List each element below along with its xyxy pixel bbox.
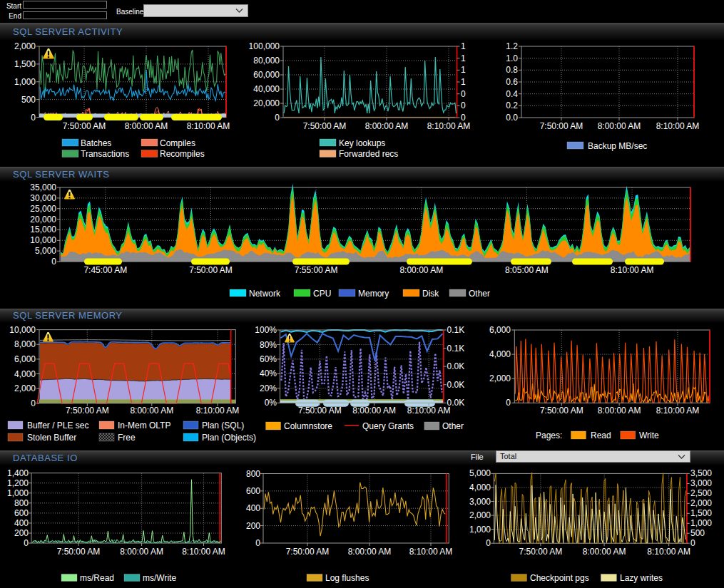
svg-text:0.0: 0.0 [506, 113, 518, 123]
svg-text:7:50:00 AM: 7:50:00 AM [66, 406, 109, 416]
svg-text:Buffer / PLE sec: Buffer / PLE sec [27, 421, 89, 430]
svg-text:600: 600 [246, 486, 260, 496]
svg-text:1: 1 [461, 65, 466, 75]
svg-text:2,000: 2,000 [690, 498, 712, 508]
svg-text:8:00:00 AM: 8:00:00 AM [598, 121, 641, 131]
svg-text:200: 200 [14, 528, 29, 538]
svg-text:Batches: Batches [81, 138, 111, 148]
svg-text:Read: Read [591, 430, 611, 440]
svg-text:8:00:00 AM: 8:00:00 AM [130, 406, 173, 416]
svg-text:0: 0 [31, 398, 36, 408]
svg-text:80%: 80% [260, 340, 277, 350]
svg-text:8:00:00 AM: 8:00:00 AM [348, 547, 392, 557]
svg-text:4,000: 4,000 [469, 483, 491, 492]
svg-text:Key lookups: Key lookups [339, 138, 385, 148]
svg-text:8:10:00 AM: 8:10:00 AM [182, 547, 225, 557]
svg-text:Write: Write [639, 430, 659, 440]
svg-text:0: 0 [51, 257, 56, 267]
svg-text:1,500: 1,500 [14, 59, 36, 69]
svg-text:5,000: 5,000 [469, 468, 491, 478]
svg-text:Disk: Disk [422, 289, 439, 299]
svg-text:7:50:00 AM: 7:50:00 AM [540, 121, 583, 131]
svg-text:1,000: 1,000 [690, 518, 712, 528]
svg-text:Lazy writes: Lazy writes [620, 573, 663, 583]
svg-text:400: 400 [14, 518, 29, 528]
svg-text:1: 1 [461, 53, 466, 63]
svg-text:Plan (Objects): Plan (Objects) [202, 433, 256, 443]
svg-text:100%: 100% [255, 325, 277, 335]
svg-text:0.2: 0.2 [506, 100, 518, 110]
svg-text:Free: Free [118, 433, 136, 443]
svg-text:In-Mem OLTP: In-Mem OLTP [118, 421, 170, 430]
svg-text:15,000: 15,000 [30, 225, 56, 234]
svg-text:0.6: 0.6 [506, 77, 518, 87]
svg-text:400: 400 [246, 503, 260, 513]
svg-text:7:50:00 AM: 7:50:00 AM [57, 547, 101, 557]
svg-text:8:00:00 AM: 8:00:00 AM [352, 406, 396, 416]
svg-text:8:10:00 AM: 8:10:00 AM [656, 406, 700, 416]
svg-text:30,000: 30,000 [30, 193, 56, 203]
svg-text:800: 800 [246, 469, 260, 479]
svg-text:Network: Network [249, 289, 281, 299]
svg-text:7:45:00 AM: 7:45:00 AM [83, 265, 127, 275]
svg-text:8:10:00 AM: 8:10:00 AM [196, 406, 240, 416]
svg-text:80,000: 80,000 [253, 56, 280, 66]
svg-text:2,500: 2,500 [690, 488, 712, 498]
svg-text:0.1K: 0.1K [447, 325, 465, 335]
svg-text:0.0K: 0.0K [447, 380, 465, 390]
svg-text:0: 0 [275, 113, 280, 123]
svg-text:Checkpoint pgs: Checkpoint pgs [530, 573, 589, 583]
svg-text:1,000: 1,000 [7, 488, 29, 498]
svg-text:0: 0 [255, 538, 260, 548]
svg-text:8:10:00 AM: 8:10:00 AM [647, 547, 690, 557]
svg-text:4,000: 4,000 [14, 369, 36, 379]
svg-text:Columnstore: Columnstore [284, 421, 332, 431]
svg-text:0.8: 0.8 [506, 65, 518, 75]
svg-text:Stolen Buffer: Stolen Buffer [27, 433, 76, 443]
svg-text:Pages:: Pages: [536, 430, 562, 440]
svg-text:Other: Other [469, 289, 490, 299]
svg-text:10,000: 10,000 [9, 325, 36, 335]
svg-text:8:00:00 AM: 8:00:00 AM [365, 121, 409, 131]
svg-text:1,000: 1,000 [14, 77, 36, 87]
svg-text:2,000: 2,000 [14, 383, 36, 393]
svg-text:Memory: Memory [358, 289, 389, 299]
svg-text:Compiles: Compiles [160, 138, 195, 148]
svg-text:1,000: 1,000 [469, 525, 491, 535]
svg-text:1: 1 [461, 41, 466, 51]
svg-text:8:10:00 AM: 8:10:00 AM [656, 121, 700, 131]
svg-text:0%: 0% [265, 398, 277, 408]
svg-text:8:00:00 AM: 8:00:00 AM [125, 121, 168, 131]
svg-text:8:10:00 AM: 8:10:00 AM [187, 121, 230, 131]
svg-text:Log flushes: Log flushes [325, 573, 369, 583]
svg-text:20%: 20% [260, 383, 277, 393]
svg-text:Plan (SQL): Plan (SQL) [202, 421, 244, 430]
svg-text:2,000: 2,000 [489, 373, 511, 383]
svg-text:0: 0 [690, 538, 695, 548]
svg-text:7:50:00 AM: 7:50:00 AM [286, 547, 330, 557]
svg-text:0.0K: 0.0K [447, 361, 465, 371]
svg-text:1.2: 1.2 [506, 41, 518, 51]
svg-text:0: 0 [461, 100, 466, 110]
svg-text:100,000: 100,000 [249, 41, 280, 51]
svg-text:7:50:00 AM: 7:50:00 AM [63, 121, 106, 131]
svg-text:600: 600 [14, 508, 29, 518]
svg-text:0: 0 [24, 538, 29, 548]
svg-text:1,400: 1,400 [7, 468, 29, 478]
svg-text:7:50:00 AM: 7:50:00 AM [519, 547, 563, 557]
svg-text:Recompiles: Recompiles [160, 149, 205, 159]
svg-text:7:50:00 AM: 7:50:00 AM [298, 406, 342, 416]
svg-text:3,500: 3,500 [690, 468, 712, 478]
svg-text:8,000: 8,000 [14, 339, 36, 349]
svg-text:0: 0 [461, 89, 466, 99]
svg-text:8:10:00 AM: 8:10:00 AM [427, 121, 471, 131]
svg-text:25,000: 25,000 [30, 204, 56, 214]
svg-text:3,000: 3,000 [469, 497, 491, 507]
svg-text:60%: 60% [260, 354, 277, 364]
svg-text:8:10:00 AM: 8:10:00 AM [611, 265, 654, 275]
svg-text:200: 200 [246, 521, 260, 531]
svg-text:3,000: 3,000 [690, 478, 712, 488]
svg-text:6,000: 6,000 [14, 354, 36, 364]
svg-text:Transactions: Transactions [81, 149, 129, 159]
svg-text:0: 0 [31, 113, 36, 123]
